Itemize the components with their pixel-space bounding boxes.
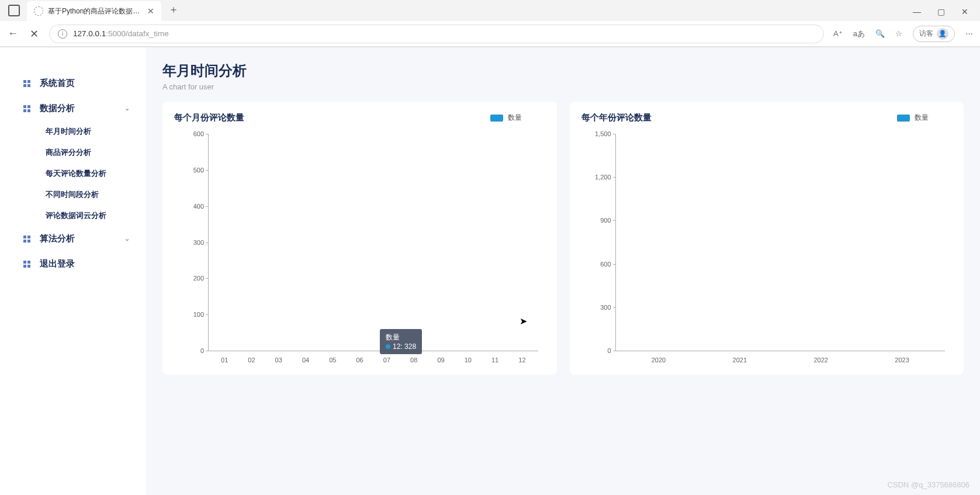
sidebar-item-rating-analysis[interactable]: 商品评分分析 bbox=[46, 142, 146, 163]
read-aloud-icon[interactable]: A⁺ bbox=[833, 29, 843, 38]
search-icon[interactable]: 🔍 bbox=[875, 29, 885, 38]
app: 系统首页 数据分析 ⌄ 年月时间分析 商品评分分析 每天评论数量分析 不同时间段… bbox=[0, 47, 980, 495]
chevron-down-icon: ⌄ bbox=[124, 235, 130, 243]
sidebar-item-label: 系统首页 bbox=[40, 78, 75, 89]
x-axis-label: 2023 bbox=[895, 356, 909, 364]
stop-button[interactable]: ✕ bbox=[28, 27, 40, 40]
x-axis-label: 08 bbox=[410, 356, 417, 364]
loading-icon bbox=[34, 6, 43, 16]
tabs-overview-icon[interactable] bbox=[8, 5, 20, 16]
x-axis-label: 02 bbox=[248, 356, 255, 364]
y-axis-label: 0 bbox=[200, 347, 204, 354]
x-axis-label: 01 bbox=[221, 356, 228, 364]
card-title: 每个年份评论数量 bbox=[581, 112, 652, 123]
tab-title: 基于Python的商品评论数据采集 bbox=[48, 6, 143, 16]
url-path: :5000/datafx_time bbox=[106, 29, 168, 38]
y-axis-label: 300 bbox=[193, 239, 204, 246]
grid-icon bbox=[23, 261, 32, 268]
legend: 数量 bbox=[490, 113, 522, 123]
page-title: 年月时间分析 bbox=[162, 61, 964, 80]
sidebar-item-algo-analysis[interactable]: 算法分析 ⌄ bbox=[0, 226, 146, 251]
sidebar: 系统首页 数据分析 ⌄ 年月时间分析 商品评分分析 每天评论数量分析 不同时间段… bbox=[0, 47, 146, 495]
chevron-down-icon: ⌄ bbox=[124, 105, 130, 112]
new-tab-button[interactable]: ＋ bbox=[168, 2, 179, 16]
x-axis-label: 04 bbox=[302, 356, 309, 364]
close-window-icon[interactable]: ✕ bbox=[961, 7, 968, 16]
avatar-icon: 👤 bbox=[937, 28, 948, 40]
sidebar-item-wordcloud-analysis[interactable]: 评论数据词云分析 bbox=[46, 205, 146, 226]
chart-month[interactable]: 0100200300400500600 01020304050607080910… bbox=[174, 129, 545, 369]
sidebar-item-data-analysis[interactable]: 数据分析 ⌄ bbox=[0, 96, 146, 121]
sidebar-item-logout[interactable]: 退出登录 bbox=[0, 251, 146, 276]
chart-year[interactable]: 03006009001,2001,500 2020202120222023 bbox=[581, 129, 953, 369]
grid-icon bbox=[23, 80, 32, 87]
browser-tab[interactable]: 基于Python的商品评论数据采集 ✕ bbox=[27, 1, 161, 21]
y-axis-label: 1,500 bbox=[595, 130, 611, 137]
sidebar-item-label: 退出登录 bbox=[40, 258, 75, 269]
tab-bar: 基于Python的商品评论数据采集 ✕ ＋ — ▢ ✕ bbox=[0, 0, 980, 21]
sidebar-item-period-analysis[interactable]: 不同时间段分析 bbox=[46, 184, 146, 205]
y-axis-label: 0 bbox=[607, 347, 611, 354]
grid-icon bbox=[23, 236, 32, 243]
legend-swatch bbox=[897, 115, 910, 122]
x-axis-label: 09 bbox=[437, 356, 444, 364]
legend-swatch bbox=[490, 115, 503, 122]
x-axis-label: 07 bbox=[383, 356, 390, 364]
x-axis-label: 10 bbox=[465, 356, 472, 364]
card-year-chart: 每个年份评论数量 数量 03006009001,2001,500 2020202… bbox=[570, 102, 964, 375]
legend: 数量 bbox=[897, 113, 929, 123]
profile-button[interactable]: 访客 👤 bbox=[913, 26, 955, 42]
sidebar-item-label: 算法分析 bbox=[40, 233, 75, 244]
y-axis-label: 600 bbox=[193, 130, 204, 137]
x-axis-label: 2020 bbox=[652, 356, 666, 364]
browser-chrome: 基于Python的商品评论数据采集 ✕ ＋ — ▢ ✕ ← ✕ i 127.0.… bbox=[0, 0, 980, 47]
url-input[interactable]: i 127.0.0.1:5000/datafx_time bbox=[49, 25, 824, 43]
sidebar-item-daily-analysis[interactable]: 每天评论数量分析 bbox=[46, 163, 146, 184]
content: 年月时间分析 A chart for user 每个月份评论数量 数量 0100… bbox=[146, 47, 980, 495]
chart-tooltip: 数量 12: 328 bbox=[380, 329, 422, 354]
x-axis-label: 11 bbox=[491, 356, 498, 364]
sidebar-item-label: 数据分析 bbox=[40, 103, 75, 114]
window-controls: — ▢ ✕ bbox=[913, 7, 980, 21]
visitor-label: 访客 bbox=[919, 29, 933, 39]
y-axis-label: 900 bbox=[600, 217, 611, 224]
url-host: 127.0.0.1 bbox=[73, 29, 106, 38]
x-axis-label: 12 bbox=[518, 356, 525, 364]
sidebar-item-time-analysis[interactable]: 年月时间分析 bbox=[46, 121, 146, 142]
y-axis-label: 1,200 bbox=[595, 174, 611, 181]
back-button[interactable]: ← bbox=[7, 27, 19, 40]
address-bar: ← ✕ i 127.0.0.1:5000/datafx_time A⁺ aあ 🔍… bbox=[0, 21, 980, 47]
y-axis-label: 500 bbox=[193, 167, 204, 174]
grid-icon bbox=[23, 105, 32, 112]
sidebar-item-home[interactable]: 系统首页 bbox=[0, 71, 146, 96]
x-axis-label: 2022 bbox=[813, 356, 827, 364]
minimize-icon[interactable]: — bbox=[913, 7, 921, 16]
y-axis-label: 100 bbox=[193, 311, 204, 318]
card-title: 每个月份评论数量 bbox=[174, 112, 244, 123]
tooltip-value: 12: 328 bbox=[393, 342, 416, 351]
watermark: CSDN @q_3375686806 bbox=[888, 480, 969, 489]
page-subtitle: A chart for user bbox=[162, 82, 964, 91]
submenu-data-analysis: 年月时间分析 商品评分分析 每天评论数量分析 不同时间段分析 评论数据词云分析 bbox=[0, 121, 146, 226]
translate-icon[interactable]: aあ bbox=[853, 29, 865, 39]
y-axis-label: 300 bbox=[600, 304, 611, 311]
close-tab-icon[interactable]: ✕ bbox=[147, 6, 154, 16]
site-info-icon[interactable]: i bbox=[58, 29, 67, 39]
card-month-chart: 每个月份评论数量 数量 0100200300400500600 01020304… bbox=[162, 102, 557, 375]
favorite-icon[interactable]: ☆ bbox=[895, 29, 902, 38]
x-axis-label: 2021 bbox=[733, 356, 747, 364]
x-axis-label: 06 bbox=[356, 356, 363, 364]
x-axis-label: 03 bbox=[275, 356, 282, 364]
x-axis-label: 05 bbox=[329, 356, 336, 364]
y-axis-label: 200 bbox=[193, 275, 204, 282]
legend-label: 数量 bbox=[508, 113, 522, 123]
maximize-icon[interactable]: ▢ bbox=[937, 7, 945, 16]
more-icon[interactable]: ⋯ bbox=[965, 29, 973, 38]
y-axis-label: 600 bbox=[600, 261, 611, 268]
y-axis-label: 400 bbox=[193, 203, 204, 210]
tooltip-title: 数量 bbox=[386, 333, 416, 342]
legend-label: 数量 bbox=[915, 113, 929, 123]
